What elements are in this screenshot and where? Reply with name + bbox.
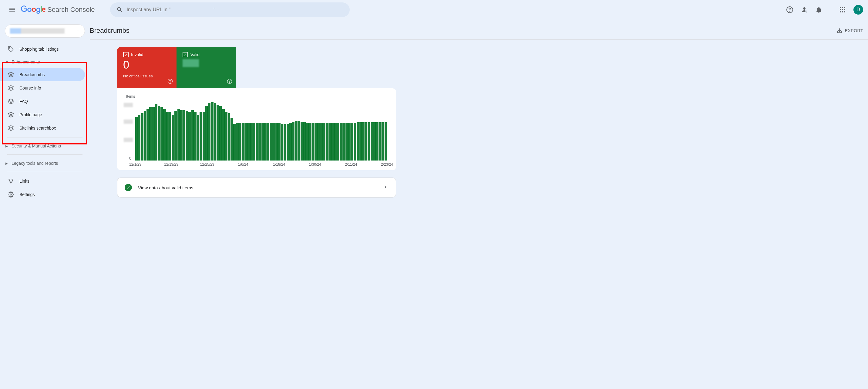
help-icon[interactable] (167, 79, 173, 85)
sidebar-item-settings[interactable]: Settings (0, 188, 85, 201)
people-settings-icon[interactable] (798, 4, 810, 16)
chart-bar[interactable] (309, 123, 311, 160)
chart-bar[interactable] (340, 123, 342, 160)
chart-bar[interactable] (326, 123, 328, 160)
chart-bar[interactable] (256, 123, 258, 160)
chart-bar[interactable] (281, 124, 283, 160)
chart-bar[interactable] (384, 122, 387, 160)
chart-bar[interactable] (314, 123, 317, 160)
chart-bar[interactable] (158, 106, 160, 160)
chart-bar[interactable] (365, 122, 367, 160)
chart-bar[interactable] (222, 109, 224, 160)
chart-bar[interactable] (219, 106, 222, 160)
chart-bar[interactable] (342, 123, 345, 160)
chart-bar[interactable] (178, 109, 180, 160)
chart-bar[interactable] (239, 123, 241, 160)
chart-bar[interactable] (247, 123, 250, 160)
hamburger-menu-icon[interactable] (5, 2, 20, 17)
search-input[interactable] (126, 7, 343, 12)
chart-bar[interactable] (211, 102, 213, 160)
chart-bar[interactable] (312, 123, 314, 160)
chart-bar[interactable] (191, 110, 194, 160)
chart-bar[interactable] (233, 124, 236, 160)
chart-area[interactable] (135, 100, 387, 160)
chart-bar[interactable] (166, 112, 168, 160)
chart-bar[interactable] (258, 123, 261, 160)
chart-bar[interactable] (155, 104, 157, 160)
chart-bar[interactable] (360, 122, 362, 160)
status-card-valid[interactable]: Valid (177, 47, 236, 88)
chart-bar[interactable] (225, 112, 227, 160)
chart-bar[interactable] (323, 123, 326, 160)
chart-bar[interactable] (152, 107, 154, 160)
chart-bar[interactable] (236, 123, 238, 160)
chart-bar[interactable] (147, 109, 149, 160)
chart-bar[interactable] (138, 115, 141, 160)
chart-bar[interactable] (163, 109, 165, 160)
sidebar-section-enhancements[interactable]: ▼ Enhancements (0, 56, 90, 68)
chart-bar[interactable] (203, 112, 205, 160)
chart-bar[interactable] (172, 115, 174, 160)
chart-bar[interactable] (242, 123, 244, 160)
sidebar-item-sitelinks[interactable]: Sitelinks searchbox (0, 121, 85, 135)
sidebar-item-shopping[interactable]: Shopping tab listings (0, 42, 85, 56)
sidebar-item-course-info[interactable]: Course info (0, 81, 85, 95)
status-card-invalid[interactable]: Invalid 0 No critical issues (117, 47, 177, 88)
view-valid-items-link[interactable]: View data about valid items (117, 178, 396, 198)
chart-bar[interactable] (353, 123, 356, 160)
chart-bar[interactable] (382, 122, 384, 160)
chart-bar[interactable] (141, 113, 143, 160)
chart-bar[interactable] (267, 123, 269, 160)
chart-bar[interactable] (317, 123, 320, 160)
chart-bar[interactable] (250, 123, 253, 160)
export-button[interactable]: EXPORT (836, 28, 863, 34)
chart-bar[interactable] (284, 124, 286, 160)
chart-bar[interactable] (295, 121, 297, 160)
chart-bar[interactable] (351, 123, 353, 160)
chart-bar[interactable] (272, 123, 275, 160)
sidebar-item-faq[interactable]: FAQ (0, 95, 85, 108)
chart-bar[interactable] (197, 115, 199, 160)
chart-bar[interactable] (205, 106, 208, 160)
chart-bar[interactable] (348, 123, 350, 160)
google-logo[interactable]: Search Console (21, 5, 95, 14)
chart-bar[interactable] (144, 111, 146, 160)
sidebar-item-profile-page[interactable]: Profile page (0, 108, 85, 121)
chart-bar[interactable] (303, 122, 306, 160)
chart-bar[interactable] (270, 123, 272, 160)
chart-bar[interactable] (368, 122, 370, 160)
chart-bar[interactable] (345, 123, 348, 160)
chart-bar[interactable] (278, 123, 281, 160)
chart-bar[interactable] (301, 122, 303, 160)
chart-bar[interactable] (175, 111, 177, 160)
chart-bar[interactable] (275, 123, 278, 160)
chart-bar[interactable] (379, 122, 381, 160)
chart-bar[interactable] (331, 123, 334, 160)
chart-bar[interactable] (186, 111, 188, 160)
chart-bar[interactable] (320, 123, 322, 160)
chart-bar[interactable] (362, 122, 365, 160)
chart-bar[interactable] (298, 121, 300, 160)
chart-bar[interactable] (214, 103, 216, 160)
chart-bar[interactable] (160, 107, 163, 160)
chart-bar[interactable] (292, 122, 294, 160)
chart-bar[interactable] (261, 123, 264, 160)
chart-bar[interactable] (289, 123, 292, 160)
chart-bar[interactable] (188, 112, 191, 160)
chart-bar[interactable] (287, 124, 289, 160)
chart-bar[interactable] (306, 123, 308, 160)
chart-bar[interactable] (356, 122, 359, 160)
sidebar-section-security[interactable]: ▶ Security & Manual Actions (0, 140, 90, 152)
user-avatar[interactable]: D (854, 5, 863, 14)
help-icon[interactable] (227, 79, 232, 85)
chart-bar[interactable] (169, 112, 172, 160)
chart-bar[interactable] (373, 122, 376, 160)
chart-bar[interactable] (194, 112, 196, 160)
chart-bar[interactable] (217, 105, 219, 160)
chart-bar[interactable] (208, 103, 211, 160)
chart-bar[interactable] (329, 123, 331, 160)
chart-bar[interactable] (228, 113, 230, 160)
apps-grid-icon[interactable] (836, 4, 848, 16)
chart-bar[interactable] (376, 122, 378, 160)
chart-bar[interactable] (371, 122, 373, 160)
